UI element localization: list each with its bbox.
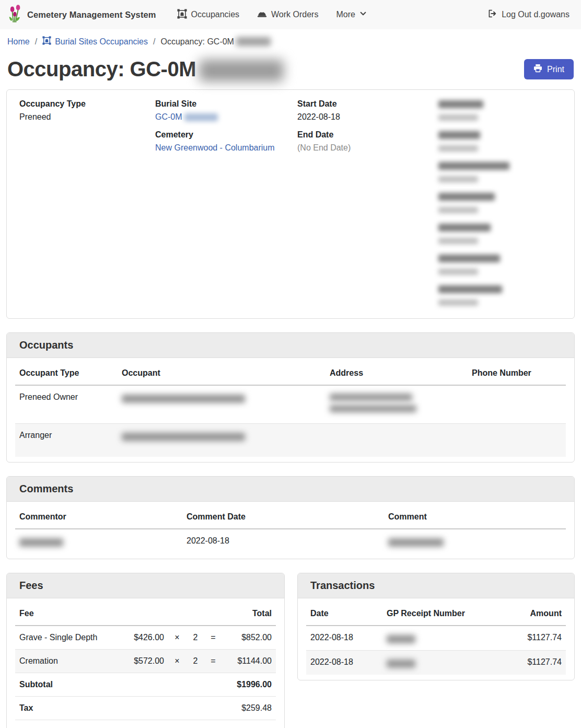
redacted-field bbox=[438, 223, 562, 245]
occupant-type-cell: Preneed Owner bbox=[15, 385, 118, 424]
table-row: Grave - Single Depth $426.00 × 2 = $852.… bbox=[15, 626, 276, 650]
nav-label-more: More bbox=[336, 10, 355, 19]
redacted-text bbox=[438, 285, 502, 293]
breadcrumb-current: Occupancy: GC-0M bbox=[160, 37, 270, 47]
fees-table: Fee Total Grave - Single Depth $426.00 ×… bbox=[15, 600, 276, 728]
redacted-text bbox=[438, 299, 478, 306]
cemetery-field: Cemetery New Greenwood - Columbarium bbox=[155, 130, 297, 153]
occupant-name-cell bbox=[118, 424, 326, 457]
hard-hat-icon bbox=[257, 9, 267, 20]
comments-section-title: Comments bbox=[7, 477, 574, 502]
end-date-field: End Date (No End Date) bbox=[297, 130, 438, 153]
page-title: Occupancy: GC-0M bbox=[7, 57, 284, 81]
details-column-3: Start Date 2022-08-18 End Date (No End D… bbox=[297, 99, 438, 307]
brand[interactable]: Cemetery Management System bbox=[8, 4, 156, 25]
table-row: 2022-08-18 $1127.74 bbox=[306, 651, 566, 675]
printer-icon bbox=[533, 64, 542, 75]
occupancy-type-label: Occupancy Type bbox=[19, 99, 155, 109]
burial-site-label: Burial Site bbox=[155, 99, 297, 109]
transactions-section-title: Transactions bbox=[298, 573, 574, 598]
occupant-address-cell bbox=[326, 424, 468, 457]
fees-card: Fees Fee Total Grave - Single Depth bbox=[6, 573, 285, 728]
fee-equals-cell: = bbox=[205, 626, 222, 650]
redacted-field bbox=[438, 253, 562, 276]
grave-plot-icon bbox=[177, 9, 187, 21]
redacted-field bbox=[438, 161, 562, 183]
breadcrumb-occupancies-link[interactable]: Burial Sites Occupancies bbox=[42, 36, 148, 47]
cemetery-label: Cemetery bbox=[155, 130, 297, 140]
print-button[interactable]: Print bbox=[524, 59, 574, 79]
redacted-text bbox=[387, 660, 415, 668]
nav-item-more[interactable]: More bbox=[329, 6, 374, 24]
redacted-text bbox=[199, 60, 284, 82]
table-row: Arranger bbox=[15, 424, 566, 457]
redacted-text bbox=[438, 193, 495, 201]
transaction-amount-cell: $1127.74 bbox=[492, 626, 566, 651]
burial-site-link[interactable]: GC-0M bbox=[155, 112, 218, 121]
nav-item-work-orders[interactable]: Work Orders bbox=[250, 5, 326, 25]
fees-tax-row: Tax $259.48 bbox=[15, 697, 276, 720]
transaction-amount-cell: $1127.74 bbox=[492, 651, 566, 675]
page-title-text: Occupancy: GC-0M bbox=[7, 57, 196, 81]
occupant-type-cell: Arranger bbox=[15, 424, 118, 457]
cemetery-link[interactable]: New Greenwood - Columbarium bbox=[155, 143, 275, 152]
column-header: Amount bbox=[492, 600, 566, 626]
table-row: 2022-08-18 bbox=[15, 529, 566, 553]
tax-value: $259.48 bbox=[222, 697, 276, 720]
page-header: Occupancy: GC-0M Print bbox=[7, 57, 574, 81]
transactions-card: Transactions Date GP Receipt Number Amou… bbox=[297, 573, 575, 680]
redacted-text bbox=[438, 145, 478, 152]
table-row: Cremation $572.00 × 2 = $1144.00 bbox=[15, 650, 276, 673]
breadcrumb-occupancies-label: Burial Sites Occupancies bbox=[55, 37, 148, 47]
nav-item-occupancies[interactable]: Occupancies bbox=[170, 5, 247, 25]
logout-button[interactable]: Log Out d.gowans bbox=[484, 5, 573, 25]
column-header: GP Receipt Number bbox=[382, 600, 492, 626]
redacted-text bbox=[438, 238, 478, 244]
redacted-text bbox=[388, 538, 444, 547]
commentor-cell bbox=[15, 529, 182, 553]
fee-times-cell: × bbox=[168, 650, 186, 673]
occupants-card: Occupants Occupant Type Occupant Address… bbox=[6, 332, 575, 463]
fee-equals-cell: = bbox=[205, 650, 222, 673]
redacted-text bbox=[236, 37, 271, 46]
fee-total-cell: $852.00 bbox=[222, 626, 276, 650]
burial-site-field: Burial Site GC-0M bbox=[155, 99, 297, 122]
redacted-field bbox=[438, 99, 562, 122]
fee-price-cell: $426.00 bbox=[118, 626, 168, 650]
redacted-text bbox=[184, 113, 218, 121]
occupants-table: Occupant Type Occupant Address Phone Num… bbox=[15, 360, 566, 457]
breadcrumb-home-link[interactable]: Home bbox=[7, 37, 30, 47]
transactions-header-row: Date GP Receipt Number Amount bbox=[306, 600, 566, 626]
column-header: Comment bbox=[384, 504, 566, 529]
grave-plot-icon bbox=[42, 36, 51, 47]
comments-card: Comments Commentor Comment Date Comment … bbox=[6, 476, 575, 559]
occupant-phone-cell bbox=[468, 385, 566, 424]
occupancy-details-grid: Occupancy Type Preneed Burial Site GC-0M… bbox=[7, 90, 574, 318]
redacted-text bbox=[387, 635, 415, 643]
column-header: Occupant Type bbox=[15, 360, 118, 385]
redacted-text bbox=[438, 255, 500, 262]
column-header: Phone Number bbox=[468, 360, 566, 385]
tulip-logo-icon bbox=[8, 4, 22, 25]
redacted-text bbox=[438, 176, 478, 182]
occupant-address-cell bbox=[326, 385, 468, 424]
redacted-text bbox=[122, 433, 245, 441]
column-header: Date bbox=[306, 600, 382, 626]
transaction-date-cell: 2022-08-18 bbox=[306, 651, 382, 675]
grand-total-label: Grand Total bbox=[15, 720, 118, 728]
redacted-field bbox=[438, 284, 562, 307]
logout-label: Log Out d.gowans bbox=[502, 10, 570, 19]
table-row: Preneed Owner bbox=[15, 385, 566, 424]
breadcrumb-current-label: Occupancy: GC-0M bbox=[160, 37, 234, 47]
occupants-section-title: Occupants bbox=[7, 333, 574, 358]
column-header: Fee bbox=[15, 600, 118, 626]
fee-times-cell: × bbox=[168, 626, 186, 650]
occupancy-type-value: Preneed bbox=[19, 112, 155, 122]
nav-links: Occupancies Work Orders More bbox=[170, 5, 374, 25]
redacted-text bbox=[438, 162, 509, 170]
redacted-text bbox=[438, 224, 491, 232]
redacted-text bbox=[330, 405, 416, 412]
fees-section-title: Fees bbox=[7, 573, 284, 598]
comment-cell bbox=[384, 529, 566, 553]
details-column-4-redacted bbox=[438, 99, 562, 307]
